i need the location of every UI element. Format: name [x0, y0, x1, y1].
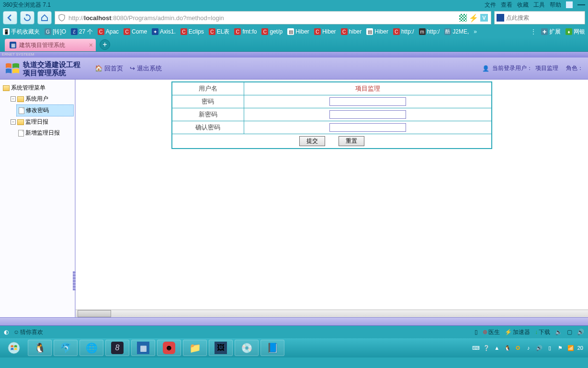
tray-flag-icon[interactable]: ⚑	[556, 344, 564, 352]
tray-app-icon[interactable]: 🐧	[504, 344, 511, 352]
taskbar-app-red[interactable]: ☻	[157, 340, 181, 356]
taskbar-app-globe[interactable]: 🌐	[79, 340, 103, 356]
tray-volume-icon[interactable]: 🔊	[535, 344, 543, 352]
tray-battery-icon[interactable]: ▯	[546, 344, 554, 352]
tray-app-icon[interactable]: ✪	[514, 344, 522, 352]
bm-item[interactable]: 酷J2ME,	[444, 28, 469, 35]
start-button[interactable]	[2, 340, 26, 356]
bm-item[interactable]: CCome	[124, 28, 147, 35]
bm-item[interactable]: CEL表	[209, 28, 230, 36]
status-icon[interactable]: ▯	[475, 329, 478, 335]
search-input[interactable]	[506, 14, 583, 21]
bm-item[interactable]: mhttp:/	[419, 28, 440, 35]
submit-button[interactable]: 提交	[299, 136, 325, 146]
taskbar-app-qq[interactable]: 🐧	[28, 340, 52, 356]
bm-item[interactable]: ✦Axis1.	[152, 28, 176, 35]
tray-keyboard-icon[interactable]: ⌨	[472, 344, 480, 352]
status-volume-icon[interactable]: 🔊	[577, 329, 584, 335]
bm-expand[interactable]: ✚扩展	[541, 28, 561, 36]
collapse-icon[interactable]: −	[11, 119, 16, 125]
taskbar-app-8[interactable]: 8	[105, 340, 129, 356]
menu-fav[interactable]: 收藏	[517, 1, 529, 9]
bookmark-icon: C	[124, 28, 130, 35]
tree-leaf-changepwd[interactable]: 修改密码	[16, 104, 74, 116]
v-icon[interactable]: V	[480, 14, 488, 22]
menu-view[interactable]: 查看	[501, 1, 512, 9]
scrollbar-thumb[interactable]	[78, 310, 111, 317]
tab-favicon: ▦	[10, 42, 16, 48]
taskbar-app-disc[interactable]: 💿	[235, 340, 259, 356]
taskbar-app-film[interactable]: ▦	[131, 340, 155, 356]
penguin-icon: 🐧	[34, 342, 46, 354]
menu-tools[interactable]: 工具	[533, 1, 545, 9]
taskbar-app-explorer[interactable]: 📁	[183, 340, 207, 356]
folder-icon	[17, 119, 24, 125]
status-guess[interactable]: ☺ 猜你喜欢	[13, 328, 43, 336]
bm-item[interactable]: G[转]O	[45, 28, 66, 36]
bm-item[interactable]: ▤Hiber	[287, 28, 309, 35]
status-download[interactable]: ↓ 下载	[535, 328, 550, 336]
tray-up-icon[interactable]: ▲	[493, 344, 501, 352]
menu-help[interactable]: 帮助	[550, 1, 561, 9]
taskbar-app-dolphin[interactable]: 🐬	[54, 340, 78, 356]
bm-bank[interactable]: ♦网银	[565, 28, 585, 36]
bm-mobile-fav[interactable]: 📱手机收藏夹	[3, 28, 40, 36]
tree-node-sysuser[interactable]: − 系统用户	[9, 93, 74, 104]
home-link[interactable]: 🏠回首页	[95, 64, 123, 73]
exit-icon: ↪	[130, 65, 135, 72]
minimize-button[interactable]: —	[577, 0, 585, 9]
phone-icon: 📱	[3, 28, 10, 35]
collapse-icon[interactable]: −	[11, 96, 16, 102]
tree-node-report[interactable]: − 监理日报	[9, 116, 74, 127]
tree-leaf-addreport[interactable]: 新增监理日报	[16, 127, 74, 138]
address-bar[interactable]: http://localhost:8080/Programs/admin.do?…	[55, 11, 491, 24]
home-button[interactable]	[37, 11, 52, 24]
bm-item[interactable]: ▤Hiber	[366, 28, 388, 35]
bm-item[interactable]: CHiber	[314, 28, 336, 35]
refresh-button[interactable]	[20, 11, 34, 24]
film-icon: ▦	[137, 342, 149, 354]
bm-item[interactable]: CApac	[98, 28, 119, 35]
back-button[interactable]	[3, 11, 17, 24]
bm-item[interactable]: CEclips	[181, 28, 204, 35]
bm-item[interactable]: Chiber	[341, 28, 362, 35]
qr-icon[interactable]	[459, 14, 467, 22]
tab-bar: ▦ 建筑项目管理系统 × +	[0, 37, 588, 52]
tab-active[interactable]: ▦ 建筑项目管理系统 ×	[5, 39, 96, 51]
bm-item[interactable]: Cfmt:fo	[234, 28, 257, 35]
newpassword-input[interactable]	[329, 110, 406, 119]
tray-network-icon[interactable]: 📶	[567, 344, 575, 352]
svg-point-0	[8, 342, 20, 354]
more-icon[interactable]: »	[474, 28, 477, 35]
bolt-icon[interactable]: ⚡	[470, 14, 477, 22]
bm-item[interactable]: Chttp:/	[393, 28, 414, 35]
bm-item[interactable]: Cget/p	[261, 28, 283, 35]
tray-app-icon[interactable]: ♪	[525, 344, 532, 352]
confirmpassword-input[interactable]	[329, 123, 406, 132]
status-accel[interactable]: ⚡ 加速器	[505, 328, 530, 336]
taskbar-app-book[interactable]: 📘	[260, 340, 284, 356]
menu-file[interactable]: 文件	[485, 1, 496, 9]
reset-button[interactable]: 重置	[339, 136, 364, 146]
bookmark-icon: C	[261, 28, 268, 35]
tree-root[interactable]: 系统管理菜单	[1, 82, 74, 93]
password-input[interactable]	[329, 97, 406, 106]
status-left-icon[interactable]: ◐	[4, 329, 9, 335]
search-bar[interactable]	[494, 11, 585, 24]
browser-navbar: http://localhost:8080/Programs/admin.do?…	[0, 10, 588, 26]
taskbar-app-photo[interactable]: 🖼	[209, 340, 233, 356]
url-text: http://localhost:8080/Programs/admin.do?…	[68, 14, 456, 22]
tray-help-icon[interactable]: ❔	[483, 344, 490, 352]
search-engine-icon[interactable]	[497, 14, 504, 22]
skin-icon[interactable]	[566, 1, 573, 8]
status-mute-icon[interactable]: 🔈	[555, 329, 562, 335]
status-doctor[interactable]: ⊕ 医生	[483, 328, 500, 336]
bm-item[interactable]: ℰ27 个	[71, 28, 93, 36]
status-mail-icon[interactable]: ▢	[567, 329, 572, 335]
logout-link[interactable]: ↪退出系统	[130, 64, 162, 73]
horizontal-scrollbar[interactable]	[76, 310, 588, 317]
tray-clock[interactable]: 20	[577, 345, 583, 351]
tab-close-button[interactable]: ×	[89, 41, 93, 49]
refresh-icon	[23, 14, 31, 22]
new-tab-button[interactable]: +	[100, 39, 110, 50]
